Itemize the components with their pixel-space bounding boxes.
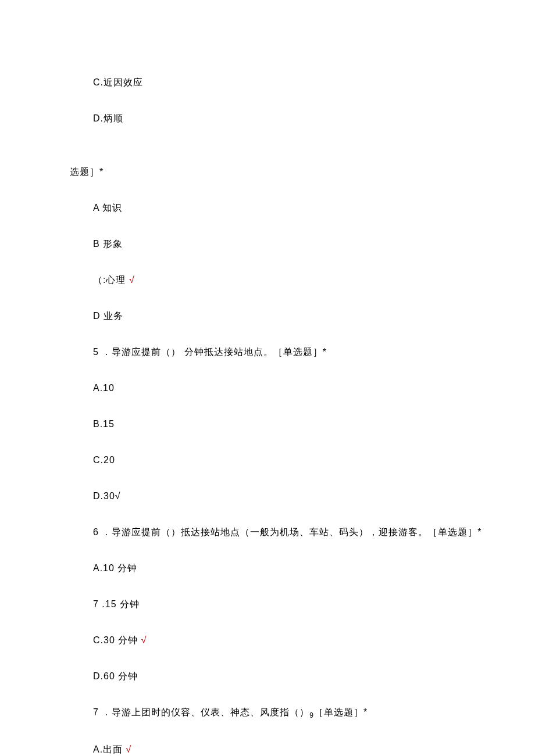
option-a: A.10	[70, 381, 488, 395]
option-text: C.30 分钟	[93, 635, 141, 645]
option-c-correct: C.30 分钟 √	[70, 633, 488, 647]
question-text-a: 7 ．导游上团时的仪容、仪表、神态、风度指（）	[93, 707, 309, 717]
option-a: A.10 分钟	[70, 561, 488, 575]
option-c: C.近因效应	[70, 76, 488, 89]
option-a: A 知识	[70, 201, 488, 215]
check-icon: √	[126, 744, 132, 754]
subscript: 9	[309, 711, 314, 719]
option-d-correct: D.30√	[70, 489, 488, 503]
question-text-b: ［单选题］*	[314, 707, 368, 717]
question-6: 6 ．导游应提前（）抵达接站地点（一般为机场、车站、码头），迎接游客。［单选题］…	[70, 525, 488, 539]
option-c-correct: （:心理 √	[70, 273, 488, 287]
check-icon: √	[141, 635, 147, 645]
option-d: D.60 分钟	[70, 669, 488, 683]
option-text: A.出面	[93, 744, 126, 754]
question-7: 7 ．导游上团时的仪容、仪表、神态、风度指（）9［单选题］*	[70, 705, 488, 721]
question-fragment: 选题］*	[70, 165, 488, 179]
option-b: B 形象	[70, 237, 488, 251]
check-icon: √	[129, 275, 135, 285]
option-b: B.15	[70, 417, 488, 431]
option-text: （:心理	[93, 275, 129, 285]
option-c: C.20	[70, 453, 488, 467]
option-7-15: 7 .15 分钟	[70, 597, 488, 611]
option-d: D 业务	[70, 309, 488, 323]
question-5: 5 ．导游应提前（） 分钟抵达接站地点。［单选题］*	[70, 345, 488, 359]
option-a-correct: A.出面 √	[70, 743, 488, 756]
option-d: D.炳顺	[70, 112, 488, 126]
